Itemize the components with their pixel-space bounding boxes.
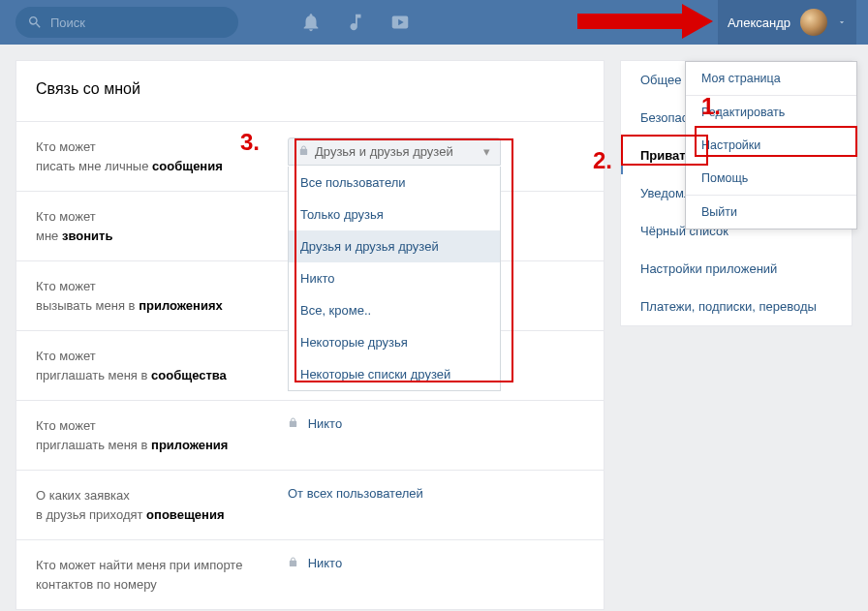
row-label: Кто может писать мне личные сообщения <box>36 137 288 175</box>
row-label: Кто может приглашать меня в сообщества <box>36 347 288 384</box>
lock-icon <box>288 556 302 570</box>
lock-icon <box>298 144 309 159</box>
dropdown-option[interactable]: Некоторые списки друзей <box>289 358 500 390</box>
settings-panel: Связь со мной Кто может писать мне личны… <box>16 60 604 610</box>
setting-row: О каких заявках в друзья приходят оповещ… <box>16 470 604 539</box>
dropdown-option[interactable]: Никто <box>289 262 500 294</box>
search-box[interactable] <box>16 7 238 38</box>
menu-item-edit[interactable]: Редактировать <box>686 96 856 129</box>
setting-row: Кто может приглашать меня в приложения Н… <box>16 400 604 470</box>
svg-rect-1 <box>577 14 684 29</box>
row-label: Кто может приглашать меня в приложения <box>36 416 288 454</box>
sidebar-item-payments[interactable]: Платежи, подписки, переводы <box>621 288 852 325</box>
dropdown-option[interactable]: Все, кроме.. <box>289 294 500 326</box>
dropdown-option[interactable]: Друзья и друзья друзей <box>289 230 500 262</box>
chevron-down-icon <box>837 15 847 30</box>
setting-row: Кто может найти меня при импорте контакт… <box>16 539 604 609</box>
dropdown-selected-label: Друзья и друзья друзей <box>315 144 453 159</box>
search-icon <box>27 15 43 30</box>
sidebar-item-apps[interactable]: Настройки приложений <box>621 250 852 288</box>
music-icon[interactable] <box>345 12 366 33</box>
svg-marker-2 <box>682 4 713 39</box>
search-input[interactable] <box>50 15 227 30</box>
row-value[interactable]: От всех пользователей <box>288 486 584 501</box>
privacy-dropdown-list: Все пользователи Только друзья Друзья и … <box>288 167 501 391</box>
avatar <box>800 9 827 36</box>
row-label: Кто может мне звонить <box>36 207 288 245</box>
row-value: Друзья и друзья друзей ▾ Все пользовател… <box>288 137 501 166</box>
dropdown-option[interactable]: Только друзья <box>289 199 500 230</box>
annotation-arrow <box>577 4 713 39</box>
user-dropdown-menu: Моя страница Редактировать Настройки Пом… <box>685 61 857 229</box>
page-layout: Связь со мной Кто может писать мне личны… <box>0 45 868 611</box>
dropdown-option[interactable]: Некоторые друзья <box>289 326 500 358</box>
menu-item-my-page[interactable]: Моя страница <box>686 62 856 95</box>
menu-item-logout[interactable]: Выйти <box>686 196 856 229</box>
row-label: Кто может найти меня при импорте контакт… <box>36 556 288 594</box>
lock-icon <box>288 416 302 431</box>
top-header: Александр <box>0 0 868 45</box>
dropdown-option[interactable]: Все пользователи <box>289 167 500 199</box>
setting-row: Кто может писать мне личные сообщения Др… <box>16 121 604 191</box>
row-value[interactable]: Никто <box>288 416 584 431</box>
row-label: О каких заявках в друзья приходят оповещ… <box>36 486 288 524</box>
row-value[interactable]: Никто <box>288 556 584 570</box>
video-icon[interactable] <box>389 12 411 33</box>
menu-item-help[interactable]: Помощь <box>686 162 856 195</box>
chevron-down-icon: ▾ <box>483 144 490 159</box>
privacy-dropdown-trigger[interactable]: Друзья и друзья друзей ▾ <box>288 137 501 166</box>
menu-item-settings[interactable]: Настройки <box>686 129 856 162</box>
row-label: Кто может вызывать меня в приложениях <box>36 277 288 315</box>
settings-sidebar: Общее Безопасность Приватность Уведомлен… <box>620 60 852 326</box>
bell-icon[interactable] <box>300 12 322 33</box>
section-title: Связь со мной <box>16 61 604 121</box>
user-menu-trigger[interactable]: Александр <box>718 0 856 45</box>
user-name: Александр <box>728 15 790 30</box>
header-icons-group <box>300 12 411 33</box>
